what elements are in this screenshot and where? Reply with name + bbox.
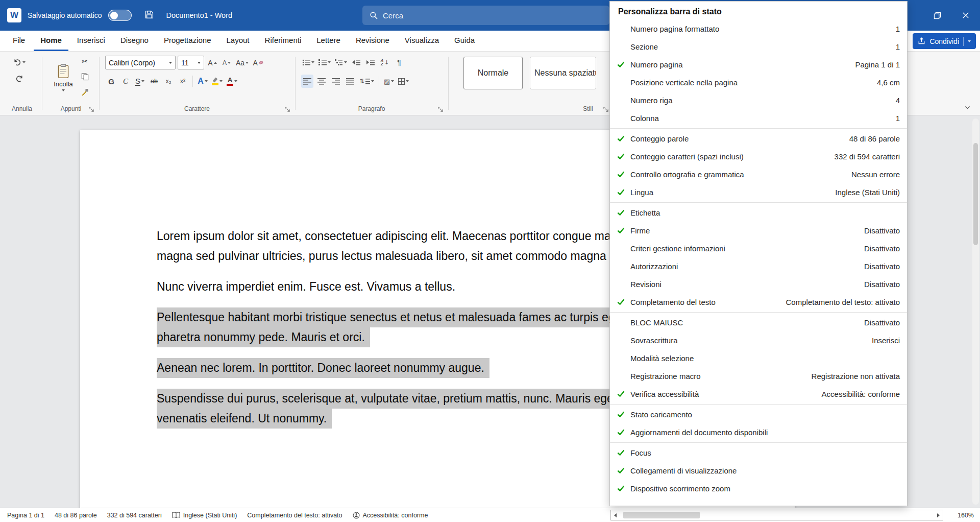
grow-font-button[interactable]: A — [206, 56, 218, 69]
scroll-right-arrow[interactable] — [937, 513, 940, 517]
format-painter-button[interactable] — [79, 85, 91, 99]
tab-guida[interactable]: Guida — [448, 31, 481, 51]
tab-riferimenti[interactable]: Riferimenti — [258, 31, 308, 51]
font-name-select[interactable]: Calibri (Corpo) — [105, 56, 176, 69]
status-menu-item[interactable]: Dispositivo scorrimento zoom — [610, 480, 907, 497]
checkmark-icon — [617, 298, 630, 306]
status-menu-item[interactable]: Focus — [610, 444, 907, 462]
paste-button[interactable]: Incolla — [49, 55, 78, 101]
word-app-icon[interactable]: W — [7, 8, 21, 22]
save-button[interactable] — [141, 7, 158, 24]
clear-formatting-button[interactable]: A — [252, 56, 264, 69]
stili-dialog-launcher[interactable] — [603, 107, 609, 112]
status-menu-item[interactable]: Numero pagina formattato1 — [610, 20, 907, 38]
align-left-button[interactable] — [301, 75, 313, 88]
strikethrough-button[interactable]: ab — [148, 75, 160, 88]
status-menu-item[interactable]: BLOC MAIUSCDisattivato — [610, 314, 907, 331]
tab-lettere[interactable]: Lettere — [310, 31, 347, 51]
change-case-button[interactable]: Aa — [235, 56, 250, 69]
shading-button[interactable]: ▨ — [383, 75, 395, 88]
increase-indent-button[interactable] — [364, 56, 377, 69]
status-menu-item[interactable]: SovrascritturaInserisci — [610, 331, 907, 349]
restore-window-button[interactable] — [923, 0, 951, 31]
tab-home[interactable]: Home — [34, 31, 68, 51]
sort-button[interactable]: AZ↓ — [379, 56, 391, 69]
text-effects-button[interactable]: A — [197, 75, 209, 88]
statusbar-item[interactable]: Pagina 1 di 1 — [2, 508, 50, 522]
undo-button[interactable] — [12, 56, 27, 69]
status-menu-item[interactable]: Completamento del testoCompletamento del… — [610, 293, 907, 311]
status-menu-item[interactable]: FirmeDisattivato — [610, 222, 907, 240]
tab-revisione[interactable]: Revisione — [349, 31, 396, 51]
status-menu-item[interactable]: Posizione verticale nella pagina4,6 cm — [610, 74, 907, 91]
numbered-list-button[interactable] — [317, 56, 332, 69]
status-menu-item[interactable]: Stato caricamento — [610, 406, 907, 423]
tab-inserisci[interactable]: Inserisci — [70, 31, 112, 51]
italic-button[interactable]: C — [119, 75, 132, 88]
show-paragraph-marks-button[interactable]: ¶ — [393, 56, 405, 69]
status-menu-item[interactable]: Conteggio caratteri (spazi inclusi)332 d… — [610, 148, 907, 165]
vertical-scrollbar[interactable] — [972, 118, 979, 505]
status-menu-item[interactable]: Controllo ortografia e grammaticaNessun … — [610, 165, 907, 183]
status-menu-item[interactable]: Collegamenti di visualizzazione — [610, 462, 907, 480]
statusbar-item[interactable]: 332 di 594 caratteri — [102, 508, 167, 522]
status-menu-item[interactable]: Numero riga4 — [610, 91, 907, 109]
collapse-ribbon-button[interactable] — [964, 104, 971, 111]
status-menu-item[interactable]: Registrazione macroRegistrazione non att… — [610, 367, 907, 385]
highlight-color-button[interactable] — [211, 75, 224, 88]
status-menu-item[interactable]: LinguaInglese (Stati Uniti) — [610, 183, 907, 201]
align-right-button[interactable] — [330, 75, 342, 88]
scrollbar-thumb[interactable] — [623, 512, 700, 518]
font-color-button[interactable]: A — [226, 75, 238, 88]
justify-button[interactable] — [344, 75, 356, 88]
status-menu-item[interactable]: Conteggio parole48 di 86 parole — [610, 130, 907, 148]
align-center-button[interactable] — [315, 75, 328, 88]
statusbar-item[interactable]: 48 di 86 parole — [50, 508, 102, 522]
status-menu-item[interactable]: RevisioniDisattivato — [610, 275, 907, 293]
font-size-select[interactable]: 11 — [178, 56, 204, 69]
statusbar-item[interactable]: Completamento del testo: attivato — [242, 508, 347, 522]
tab-visualizza[interactable]: Visualizza — [398, 31, 446, 51]
scrollbar-thumb[interactable] — [973, 143, 978, 245]
redo-button[interactable] — [12, 72, 27, 85]
cut-button[interactable]: ✂ — [79, 55, 91, 68]
shrink-font-button[interactable]: A — [220, 56, 233, 69]
tab-progettazione[interactable]: Progettazione — [157, 31, 218, 51]
tab-disegno[interactable]: Disegno — [114, 31, 155, 51]
underline-button[interactable]: S — [134, 75, 146, 88]
status-menu-item[interactable]: Etichetta — [610, 204, 907, 222]
style-card-nessuna-spaziatura[interactable]: Nessuna spaziatura — [530, 57, 596, 89]
status-menu-item[interactable]: Sezione1 — [610, 38, 907, 56]
search-box[interactable]: Cerca — [362, 6, 609, 25]
decrease-indent-button[interactable] — [350, 56, 362, 69]
subscript-button[interactable]: x₂ — [162, 75, 175, 88]
horizontal-scrollbar[interactable] — [610, 510, 943, 520]
statusbar-item[interactable]: Inglese (Stati Uniti) — [167, 508, 242, 522]
tab-layout[interactable]: Layout — [220, 31, 256, 51]
multilevel-list-button[interactable] — [334, 56, 348, 69]
statusbar-item[interactable]: Accessibilità: conforme — [348, 508, 433, 522]
status-menu-item[interactable]: Colonna1 — [610, 109, 907, 127]
copy-button[interactable] — [79, 70, 91, 83]
bold-button[interactable]: G — [105, 75, 117, 88]
zoom-level[interactable]: 160% — [958, 508, 974, 522]
style-card-normale[interactable]: Normale — [463, 57, 523, 89]
autosave-toggle[interactable] — [108, 10, 132, 21]
status-menu-item[interactable]: Verifica accessibilitàAccessibilità: con… — [610, 385, 907, 403]
carattere-dialog-launcher[interactable] — [285, 107, 290, 112]
status-menu-item[interactable]: Modalità selezione — [610, 349, 907, 367]
bullet-list-button[interactable] — [301, 56, 315, 69]
status-menu-item[interactable]: Numero paginaPagina 1 di 1 — [610, 56, 907, 74]
paragrafo-dialog-launcher[interactable] — [438, 107, 444, 112]
status-menu-item[interactable]: Aggiornamenti del documento disponibili — [610, 423, 907, 441]
status-menu-item[interactable]: AutorizzazioniDisattivato — [610, 257, 907, 275]
appunti-dialog-launcher[interactable] — [89, 107, 94, 112]
status-menu-item[interactable]: Criteri gestione informazioniDisattivato — [610, 240, 907, 257]
line-spacing-button[interactable]: ⇅ — [358, 75, 375, 88]
tab-file[interactable]: File — [6, 31, 32, 51]
scroll-left-arrow[interactable] — [614, 513, 617, 517]
superscript-button[interactable]: x² — [177, 75, 189, 88]
close-window-button[interactable] — [951, 0, 980, 31]
share-button[interactable]: Condividi — [913, 33, 976, 49]
borders-button[interactable] — [397, 75, 410, 88]
